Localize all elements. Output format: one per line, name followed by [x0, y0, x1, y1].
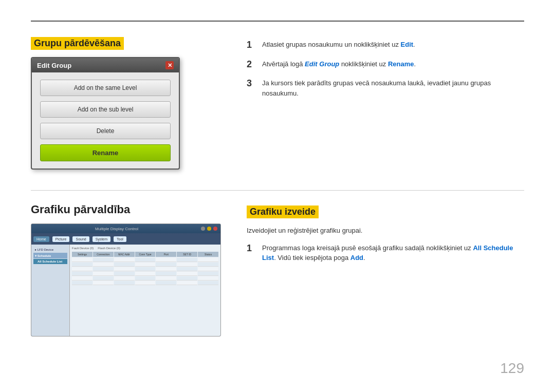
top-rule [31, 21, 524, 22]
sidebar-schedule: ▾ Schedule [33, 253, 67, 258]
mock-th-mac: MAC Addr [114, 252, 135, 257]
dialog-titlebar: Edit Group ✕ [32, 58, 179, 72]
dialog-body: Add on the same Level Add on the sub lev… [32, 72, 179, 169]
page-number: 129 [500, 360, 524, 377]
step-s-text-1: Programmas loga kreisajā pusē esošajā gr… [262, 243, 524, 263]
mock-cell [93, 258, 114, 262]
section-divider [31, 190, 524, 191]
right-column-lower: Grafiku izveide Izveidojiet un reģistrēj… [247, 203, 524, 337]
mock-cell [177, 263, 197, 267]
mock-toolbar: Fault Device (0) Flash Device (0) [72, 247, 218, 250]
section3-intro: Izveidojiet un reģistrējiet grafiku grup… [247, 226, 524, 236]
mock-cell [198, 276, 218, 281]
rename-button[interactable]: Rename [40, 144, 171, 161]
mock-cell [156, 258, 176, 262]
mock-cell [93, 276, 114, 281]
mock-th-connection: Connection [93, 252, 114, 257]
left-column-lower: Grafiku pārvaldība Multiple Display Cont… [31, 203, 226, 337]
mock-cell [135, 258, 156, 262]
mock-cell [93, 281, 114, 285]
mock-th-port: Port [156, 252, 176, 257]
mock-cell [177, 267, 197, 271]
mock-cell [72, 276, 92, 281]
nav-tab-picture: Picture [52, 236, 70, 242]
add-sub-level-button[interactable]: Add on the sub level [40, 101, 171, 118]
upper-section: Grupu pārdēvēšana Edit Group ✕ Add on th… [31, 37, 524, 170]
mock-cell [198, 258, 218, 262]
mockup-minimize-icon [201, 227, 205, 231]
step-number-1: 1 [247, 40, 256, 51]
mock-cell [135, 276, 156, 281]
mock-row-6 [72, 281, 218, 285]
page-container: Grupu pārdēvēšana Edit Group ✕ Add on th… [0, 0, 555, 392]
mock-row-3 [72, 267, 218, 271]
mock-row-1 [72, 258, 218, 262]
mock-th-selected: Status [198, 252, 218, 257]
mock-cell [72, 281, 92, 285]
mock-cell [114, 281, 135, 285]
edit-group-link[interactable]: Edit Group [305, 60, 339, 68]
step-number-3: 3 [247, 78, 256, 98]
sidebar-all-schedule-list: All Schedule List [33, 259, 67, 264]
mock-cell [72, 267, 92, 271]
mock-cell [72, 258, 92, 262]
mock-cell [72, 272, 92, 276]
step-3: 3 Ja kursors tiek parādīts grupas vecā n… [247, 78, 524, 98]
step-text-3: Ja kursors tiek parādīts grupas vecā nos… [262, 78, 524, 98]
mock-cell [72, 263, 92, 267]
mock-cell [177, 258, 197, 262]
mock-cell [156, 276, 176, 281]
mock-cell [156, 272, 176, 276]
mock-cell [114, 263, 135, 267]
mock-cell [114, 267, 135, 271]
mock-cell [114, 272, 135, 276]
rename-link[interactable]: Rename [388, 60, 414, 68]
mockup-close-icon [213, 227, 217, 231]
mock-cell [135, 281, 156, 285]
section2-title: Grafiku pārvaldība [31, 203, 226, 216]
mockup-maximize-icon [207, 227, 211, 231]
section1-title: Grupu pārdēvēšana [31, 37, 124, 50]
step-text-2: Atvērtajā logā Edit Group noklikšķiniet … [262, 59, 524, 70]
mock-cell [198, 281, 218, 285]
mockup-sidebar: ▸ LFD Device ▾ Schedule All Schedule Lis… [31, 245, 70, 337]
mock-cell [156, 281, 176, 285]
right-column-upper: 1 Atlasiet grupas nosaukumu un noklikšķi… [247, 37, 524, 170]
mock-cell [156, 267, 176, 271]
mock-row-5 [72, 276, 218, 281]
step-number-2: 2 [247, 59, 256, 70]
screenshot-mockup: Multiple Display Control Home Picture So… [31, 223, 221, 337]
section3-title: Grafiku izveide [247, 206, 319, 218]
edit-group-dialog: Edit Group ✕ Add on the same Level Add o… [31, 57, 180, 170]
dialog-title-text: Edit Group [37, 62, 71, 69]
mock-row-4 [72, 272, 218, 276]
mockup-content: Fault Device (0) Flash Device (0) Settin… [70, 245, 220, 337]
mock-cell [93, 272, 114, 276]
lower-section: Grafiku pārvaldība Multiple Display Cont… [31, 203, 524, 337]
steps-list-1: 1 Atlasiet grupas nosaukumu un noklikšķi… [247, 40, 524, 98]
nav-tab-home: Home [33, 236, 49, 242]
mock-cell [114, 258, 135, 262]
mockup-titlebar: Multiple Display Control [31, 224, 220, 233]
steps-list-2: 1 Programmas loga kreisajā pusē esošajā … [247, 243, 524, 263]
mock-table-header: Settings Connection MAC Addr Conn Type P… [72, 252, 218, 257]
add-link[interactable]: Add [350, 254, 363, 262]
mock-th-type: Conn Type [135, 252, 156, 257]
mockup-window-title: Multiple Display Control [34, 227, 199, 231]
mock-th-setid: SET ID [177, 252, 197, 257]
mock-label: Fault Device (0) [72, 247, 94, 250]
mock-cell [93, 263, 114, 267]
delete-button[interactable]: Delete [40, 123, 171, 139]
mock-cell [135, 267, 156, 271]
dialog-close-button[interactable]: ✕ [165, 61, 174, 69]
mock-cell [114, 276, 135, 281]
nav-tab-system: System [92, 236, 110, 242]
left-column-upper: Grupu pārdēvēšana Edit Group ✕ Add on th… [31, 37, 226, 170]
add-same-level-button[interactable]: Add on the same Level [40, 80, 171, 96]
nav-tab-sound: Sound [72, 236, 89, 242]
mock-cell [198, 272, 218, 276]
mock-cell [198, 267, 218, 271]
edit-link-1[interactable]: Edit [401, 41, 414, 48]
mock-cell [156, 263, 176, 267]
step-text-1: Atlasiet grupas nosaukumu un noklikšķini… [262, 40, 524, 51]
